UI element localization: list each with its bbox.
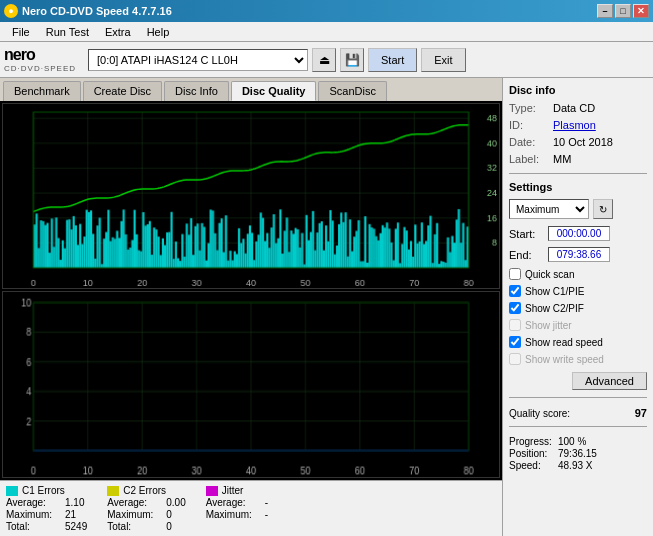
app-icon: ● — [4, 4, 18, 18]
disc-label-row: Label: MM — [509, 153, 647, 165]
show-c1-checkbox[interactable] — [509, 285, 521, 297]
position-label: Position: — [509, 448, 554, 459]
c2-total-label: Total: — [107, 521, 162, 532]
start-button[interactable]: Start — [368, 48, 417, 72]
show-write-speed-row: Show write speed — [509, 353, 647, 365]
show-c1-label: Show C1/PIE — [525, 286, 584, 297]
menu-extra[interactable]: Extra — [97, 24, 139, 40]
tab-disc-info[interactable]: Disc Info — [164, 81, 229, 101]
divider-2 — [509, 397, 647, 398]
quick-scan-checkbox[interactable] — [509, 268, 521, 280]
toolbar: nero CD·DVD·SPEED [0:0] ATAPI iHAS124 C … — [0, 42, 653, 78]
window-controls: – □ ✕ — [597, 4, 649, 18]
minimize-button[interactable]: – — [597, 4, 613, 18]
c2-avg-value: 0.00 — [166, 497, 185, 508]
show-c2-checkbox[interactable] — [509, 302, 521, 314]
speed-value: 48.93 X — [558, 460, 592, 471]
disc-label-value: MM — [553, 153, 571, 165]
c1-label: C1 Errors — [22, 485, 65, 496]
end-value[interactable]: 079:38.66 — [548, 247, 610, 262]
position-row: Position: 79:36.15 — [509, 448, 647, 459]
divider-1 — [509, 173, 647, 174]
c2-max-value: 0 — [166, 509, 172, 520]
show-write-speed-checkbox[interactable] — [509, 353, 521, 365]
drive-select[interactable]: [0:0] ATAPI iHAS124 C LL0H — [88, 49, 308, 71]
lower-chart — [2, 291, 500, 478]
disc-id-label: ID: — [509, 119, 549, 131]
c2-stats: C2 Errors Average: 0.00 Maximum: 0 Total… — [107, 485, 185, 532]
stats-bar: C1 Errors Average: 1.10 Maximum: 21 Tota… — [0, 480, 502, 536]
jitter-avg-value: - — [265, 497, 268, 508]
c1-color — [6, 486, 18, 496]
c2-label: C2 Errors — [123, 485, 166, 496]
quality-score-value: 97 — [635, 407, 647, 419]
c2-total-value: 0 — [166, 521, 172, 532]
progress-section: Progress: 100 % Position: 79:36.15 Speed… — [509, 436, 647, 472]
start-value[interactable]: 000:00.00 — [548, 226, 610, 241]
exit-button[interactable]: Exit — [421, 48, 465, 72]
disc-date-label: Date: — [509, 136, 549, 148]
start-time-row: Start: 000:00.00 — [509, 226, 647, 241]
disc-label-label: Label: — [509, 153, 549, 165]
disc-type-label: Type: — [509, 102, 549, 114]
jitter-color — [206, 486, 218, 496]
tab-create-disc[interactable]: Create Disc — [83, 81, 162, 101]
title-bar-text: Nero CD-DVD Speed 4.7.7.16 — [22, 5, 172, 17]
close-button[interactable]: ✕ — [633, 4, 649, 18]
refresh-button[interactable]: ↻ — [593, 199, 613, 219]
nero-logo: nero CD·DVD·SPEED — [4, 46, 76, 73]
position-value: 79:36.15 — [558, 448, 597, 459]
show-jitter-label: Show jitter — [525, 320, 572, 331]
show-read-speed-checkbox[interactable] — [509, 336, 521, 348]
menu-run-test[interactable]: Run Test — [38, 24, 97, 40]
right-panel: Disc info Type: Data CD ID: Plasmon Date… — [503, 78, 653, 536]
upper-chart — [2, 103, 500, 289]
tab-scan-disc[interactable]: ScanDisc — [318, 81, 386, 101]
show-read-speed-row: Show read speed — [509, 336, 647, 348]
jitter-max-label: Maximum: — [206, 509, 261, 520]
advanced-button[interactable]: Advanced — [572, 372, 647, 390]
speed-label: Speed: — [509, 460, 554, 471]
title-bar: ● Nero CD-DVD Speed 4.7.7.16 – □ ✕ — [0, 0, 653, 22]
c1-avg-label: Average: — [6, 497, 61, 508]
c1-avg-value: 1.10 — [65, 497, 84, 508]
c1-total-label: Total: — [6, 521, 61, 532]
c2-max-label: Maximum: — [107, 509, 162, 520]
disc-info-title: Disc info — [509, 84, 647, 96]
end-label: End: — [509, 249, 544, 261]
speed-row: Maximum ↻ — [509, 199, 647, 219]
maximize-button[interactable]: □ — [615, 4, 631, 18]
disc-id-value[interactable]: Plasmon — [553, 119, 596, 131]
tab-disc-quality[interactable]: Disc Quality — [231, 81, 317, 101]
chart-area — [0, 101, 502, 480]
show-read-speed-label: Show read speed — [525, 337, 603, 348]
c1-max-label: Maximum: — [6, 509, 61, 520]
nero-logo-bottom: CD·DVD·SPEED — [4, 64, 76, 73]
save-button[interactable]: 💾 — [340, 48, 364, 72]
tab-benchmark[interactable]: Benchmark — [3, 81, 81, 101]
show-write-speed-label: Show write speed — [525, 354, 604, 365]
show-c2-label: Show C2/PIF — [525, 303, 584, 314]
menu-bar: File Run Test Extra Help — [0, 22, 653, 42]
quality-score-label: Quality score: — [509, 408, 570, 419]
show-jitter-row: Show jitter — [509, 319, 647, 331]
menu-help[interactable]: Help — [139, 24, 178, 40]
speed-select[interactable]: Maximum — [509, 199, 589, 219]
start-label: Start: — [509, 228, 544, 240]
jitter-label: Jitter — [222, 485, 244, 496]
disc-type-row: Type: Data CD — [509, 102, 647, 114]
show-c2-row: Show C2/PIF — [509, 302, 647, 314]
end-time-row: End: 079:38.66 — [509, 247, 647, 262]
show-jitter-checkbox[interactable] — [509, 319, 521, 331]
c1-stats: C1 Errors Average: 1.10 Maximum: 21 Tota… — [6, 485, 87, 532]
disc-date-value: 10 Oct 2018 — [553, 136, 613, 148]
c1-max-value: 21 — [65, 509, 76, 520]
settings-title: Settings — [509, 181, 647, 193]
divider-3 — [509, 426, 647, 427]
tab-bar: Benchmark Create Disc Disc Info Disc Qua… — [0, 78, 502, 101]
menu-file[interactable]: File — [4, 24, 38, 40]
c2-color — [107, 486, 119, 496]
disc-id-row: ID: Plasmon — [509, 119, 647, 131]
eject-button[interactable]: ⏏ — [312, 48, 336, 72]
jitter-max-value: - — [265, 509, 268, 520]
